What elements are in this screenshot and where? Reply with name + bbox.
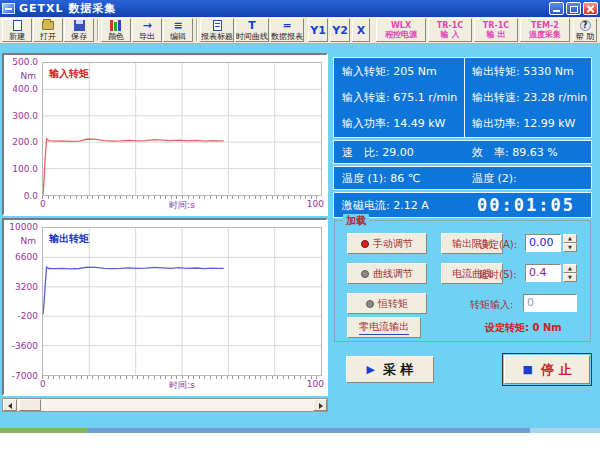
x-axis-title: 时间:s bbox=[42, 199, 322, 212]
open-button-label: 打开 bbox=[40, 32, 56, 41]
temp2-reading: 温度 (2): bbox=[464, 171, 517, 186]
delay-input[interactable]: 0.4 bbox=[525, 264, 561, 282]
y2-axis-button[interactable]: Y2 bbox=[330, 18, 350, 42]
spin-down-icon[interactable]: ▼ bbox=[563, 243, 577, 252]
y-axis-tick-label: 400.0 bbox=[2, 84, 38, 94]
device-button-line2: 输 出 bbox=[487, 30, 506, 39]
set-current-input[interactable]: 0.00 bbox=[525, 234, 561, 252]
scrollbar-thumb[interactable] bbox=[19, 399, 41, 411]
help-icon: ? bbox=[580, 20, 591, 32]
input-power-reading: 输入功率: 14.49 kW bbox=[334, 116, 464, 131]
scroll-left-button[interactable] bbox=[3, 399, 17, 411]
y-axis-tick-label: 200.0 bbox=[2, 137, 38, 147]
close-button[interactable] bbox=[583, 2, 598, 15]
sample-button[interactable]: ▶ 采 样 bbox=[346, 356, 434, 383]
spin-up-icon[interactable]: ▲ bbox=[563, 264, 577, 273]
output-torque-reading: 输出转矩: 5330 Nm bbox=[464, 64, 574, 79]
edit-lines-icon: ≡ bbox=[173, 20, 182, 32]
report-title-button-label: 报表标题 bbox=[201, 32, 233, 41]
y-axis-unit-label: Nm bbox=[0, 236, 36, 246]
stop-button[interactable]: ■ 停 止 bbox=[504, 355, 590, 384]
torque-input-label: 转矩输入: bbox=[470, 298, 513, 312]
scroll-left-icon bbox=[8, 403, 12, 409]
data-report-button[interactable]: = 数据报表 bbox=[270, 18, 304, 42]
app-icon bbox=[2, 3, 15, 14]
save-button[interactable]: 保存 bbox=[64, 18, 94, 42]
spin-up-icon[interactable]: ▲ bbox=[563, 234, 577, 243]
device-button-line2: 程控电源 bbox=[385, 30, 417, 39]
device-button-line1: TR-1C bbox=[437, 21, 463, 30]
y-axis-tick-label: 100.0 bbox=[2, 164, 38, 174]
y1-axis-button[interactable]: Y1 bbox=[308, 18, 328, 42]
constant-torque-button[interactable]: 恒转矩 bbox=[347, 293, 427, 314]
y-axis-tick-label: 0.0 bbox=[2, 191, 38, 201]
current-timer-panel: 激磁电流: 2.12 A 00:01:05 bbox=[333, 192, 592, 218]
y-axis-tick-label: -7000 bbox=[2, 371, 38, 381]
data-report-icon: = bbox=[282, 20, 291, 32]
device-button-line1: TEM-2 bbox=[531, 21, 559, 30]
y-axis-tick-label: 10000 bbox=[2, 222, 38, 232]
radio-unselected-icon bbox=[366, 300, 374, 308]
export-button[interactable]: → 导出 bbox=[132, 18, 162, 42]
zero-current-output-button[interactable]: 零电流输出 bbox=[347, 317, 421, 338]
torque-input-field[interactable]: 0 bbox=[523, 294, 577, 312]
y-axis-labels: 1000066003200-200-3600-7000Nm bbox=[4, 227, 40, 376]
set-torque-readout: 设定转矩: 0 Nm bbox=[485, 321, 562, 335]
maximize-button[interactable] bbox=[566, 2, 581, 15]
reading-row: 输入转矩: 205 Nm 输出转矩: 5330 Nm bbox=[334, 58, 591, 84]
edit-button-label: 编辑 bbox=[170, 32, 186, 41]
minimize-icon bbox=[553, 10, 560, 12]
window-title: GETXL 数据采集 bbox=[19, 1, 116, 16]
radio-unselected-icon bbox=[361, 270, 369, 278]
zero-current-label: 零电流输出 bbox=[359, 320, 409, 335]
y-axis-unit-label: Nm bbox=[0, 71, 36, 81]
output-power-reading: 输出功率: 12.99 kW bbox=[464, 116, 575, 131]
mode-button-label: 恒转矩 bbox=[378, 297, 408, 311]
tem2-temperature-button[interactable]: TEM-2 温度采集 bbox=[520, 18, 570, 42]
y-axis-tick-label: -200 bbox=[2, 311, 38, 321]
open-button[interactable]: 打开 bbox=[33, 18, 63, 42]
input-torque-reading: 输入转矩: 205 Nm bbox=[334, 64, 464, 79]
report-title-button[interactable]: 报表标题 bbox=[200, 18, 234, 42]
edit-button[interactable]: ≡ 编辑 bbox=[163, 18, 193, 42]
y-axis-tick-label: 300.0 bbox=[2, 111, 38, 121]
desktop-background bbox=[0, 433, 600, 450]
maximize-icon bbox=[570, 6, 578, 13]
open-folder-icon bbox=[42, 20, 54, 32]
device-button-line2: 温度采集 bbox=[529, 30, 561, 39]
ratio-efficiency-panel: 速 比: 29.00 效 率: 89.63 % bbox=[333, 140, 592, 164]
set-current-spinner[interactable]: ▲▼ bbox=[563, 234, 577, 252]
delay-label: 延时(S): bbox=[479, 268, 517, 282]
mode-button-label: 手动调节 bbox=[373, 237, 413, 251]
minimize-button[interactable] bbox=[549, 2, 564, 15]
x-axis-button[interactable]: X bbox=[352, 18, 370, 42]
color-button[interactable]: 颜色 bbox=[101, 18, 131, 42]
scroll-right-button[interactable] bbox=[313, 399, 327, 411]
chart-canvas bbox=[43, 63, 321, 195]
export-arrow-icon: → bbox=[142, 20, 151, 32]
horizontal-scrollbar[interactable] bbox=[2, 398, 328, 412]
delay-spinner[interactable]: ▲▼ bbox=[563, 264, 577, 282]
time-curve-button[interactable]: T 时间曲线 bbox=[235, 18, 269, 42]
spin-down-icon[interactable]: ▼ bbox=[563, 273, 577, 282]
help-button[interactable]: ? 帮 助 bbox=[573, 18, 597, 42]
torque-speed-power-panel: 输入转矩: 205 Nm 输出转矩: 5330 Nm 输入转速: 675.1 r… bbox=[333, 57, 592, 138]
y-axis-tick-label: 3200 bbox=[2, 282, 38, 292]
tr1c-input-button[interactable]: TR-1C 输 入 bbox=[428, 18, 472, 42]
curve-adjust-button[interactable]: 曲线调节 bbox=[347, 263, 427, 284]
device-button-line1: TR-1C bbox=[483, 21, 509, 30]
reading-row: 输入转速: 675.1 r/min 输出转速: 23.28 r/min bbox=[334, 84, 591, 110]
help-button-label: 帮 助 bbox=[576, 32, 595, 41]
new-button[interactable]: 新建 bbox=[2, 18, 32, 42]
device-button-line2: 输 入 bbox=[441, 30, 460, 39]
series-line bbox=[43, 267, 224, 314]
manual-adjust-button[interactable]: 手动调节 bbox=[347, 233, 427, 254]
output-torque-plot-area: 输出转矩 bbox=[42, 227, 322, 376]
export-button-label: 导出 bbox=[139, 32, 155, 41]
input-torque-chart-panel: 500.0400.0300.0200.0100.00.0Nm 输入转矩 0 时间… bbox=[2, 53, 328, 216]
wlx-power-button[interactable]: WLX 程控电源 bbox=[376, 18, 426, 42]
tr1c-output-button[interactable]: TR-1C 输 出 bbox=[474, 18, 518, 42]
toolbar: 新建 打开 保存 颜色 → 导出 ≡ 编辑 报表标题 T 时间曲 bbox=[0, 17, 600, 44]
report-title-icon bbox=[213, 20, 222, 32]
load-group-box: 加载 手动调节 曲线调节 恒转矩 输出限制 电流曲线 设定(A): 0.00 ▲… bbox=[334, 220, 591, 342]
